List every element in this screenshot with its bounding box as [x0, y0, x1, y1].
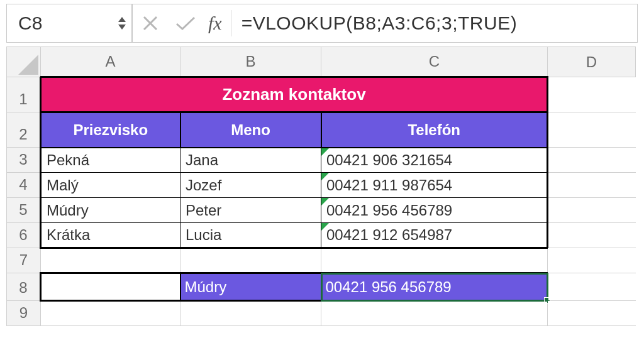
- row-header-2[interactable]: 2: [7, 112, 41, 148]
- chevron-down-icon: [118, 24, 126, 30]
- cell-d8[interactable]: [548, 273, 636, 301]
- cell-b3[interactable]: Jana: [180, 148, 321, 173]
- cell-a9[interactable]: [41, 301, 180, 326]
- column-header-c[interactable]: C: [321, 47, 548, 77]
- cell-b5[interactable]: Peter: [180, 198, 321, 223]
- svg-marker-1: [118, 25, 126, 30]
- cell-a7[interactable]: [41, 248, 180, 273]
- check-icon: [175, 14, 196, 32]
- row-1: 1 Zoznam kontaktov: [7, 77, 636, 112]
- cell-d4[interactable]: [548, 173, 636, 198]
- header-meno[interactable]: Meno: [180, 112, 321, 148]
- row-header-3[interactable]: 3: [7, 148, 41, 173]
- separator: [231, 10, 231, 36]
- row-header-5[interactable]: 5: [7, 198, 41, 223]
- row-2: 2 Priezvisko Meno Telefón: [7, 112, 636, 148]
- cell-a5[interactable]: Múdry: [41, 198, 180, 223]
- cell-c4[interactable]: 00421 911 987654: [321, 173, 548, 198]
- row-header-9[interactable]: 9: [7, 301, 41, 326]
- row-5: 5 Múdry Peter 00421 956 456789: [7, 198, 636, 223]
- formula-bar: C8 fx =VLOOKUP(B8;A3:C6;3;TRUE): [6, 4, 638, 43]
- name-box-stepper[interactable]: [118, 16, 126, 30]
- cell-b6[interactable]: Lucia: [180, 223, 321, 248]
- cell-a3[interactable]: Pekná: [41, 148, 180, 173]
- cell-b9[interactable]: [180, 301, 321, 326]
- cell-c8[interactable]: 00421 956 456789: [321, 273, 548, 301]
- cell-d6[interactable]: [548, 223, 636, 248]
- cell-c8-value: 00421 956 456789: [326, 278, 452, 295]
- cell-d9[interactable]: [548, 301, 636, 326]
- chevron-up-icon: [118, 16, 126, 23]
- row-header-4[interactable]: 4: [7, 173, 41, 198]
- cell-c3[interactable]: 00421 906 321654: [321, 148, 548, 173]
- close-icon: [142, 14, 159, 32]
- grid: A B C D 1 Zoznam kontaktov 2 Priezvisko …: [6, 46, 636, 326]
- row-3: 3 Pekná Jana 00421 906 321654: [7, 148, 636, 173]
- name-box[interactable]: C8: [7, 4, 133, 42]
- column-header-d[interactable]: D: [548, 47, 636, 77]
- row-4: 4 Malý Jozef 00421 911 987654: [7, 173, 636, 198]
- cancel-button[interactable]: [133, 4, 168, 42]
- cell-b8[interactable]: Múdry: [180, 273, 321, 301]
- formula-input[interactable]: =VLOOKUP(B8;A3:C6;3;TRUE): [235, 13, 637, 34]
- cell-a4[interactable]: Malý: [41, 173, 180, 198]
- cell-a6[interactable]: Krátka: [41, 223, 180, 248]
- confirm-button[interactable]: [168, 4, 203, 42]
- column-header-a[interactable]: A: [41, 47, 180, 77]
- row-header-1[interactable]: 1: [7, 77, 41, 112]
- cell-d3[interactable]: [548, 148, 636, 173]
- cell-c5[interactable]: 00421 956 456789: [321, 198, 548, 223]
- svg-marker-0: [118, 17, 126, 22]
- column-header-row: A B C D: [7, 47, 636, 77]
- header-priezvisko[interactable]: Priezvisko: [41, 112, 180, 148]
- table-title[interactable]: Zoznam kontaktov: [41, 77, 548, 112]
- cell-d1[interactable]: [548, 77, 636, 112]
- row-header-6[interactable]: 6: [7, 223, 41, 248]
- select-all-corner[interactable]: [7, 47, 41, 77]
- cell-c9[interactable]: [321, 301, 548, 326]
- cell-b7[interactable]: [180, 248, 321, 273]
- row-9: 9: [7, 301, 636, 326]
- column-header-b[interactable]: B: [180, 47, 321, 77]
- row-7: 7: [7, 248, 636, 273]
- row-6: 6 Krátka Lucia 00421 912 654987: [7, 223, 636, 248]
- cell-d7[interactable]: [548, 248, 636, 273]
- cell-c6[interactable]: 00421 912 654987: [321, 223, 548, 248]
- cell-a8[interactable]: [41, 273, 180, 301]
- cell-c7[interactable]: [321, 248, 548, 273]
- cell-d2[interactable]: [548, 112, 636, 148]
- cell-d5[interactable]: [548, 198, 636, 223]
- spreadsheet: A B C D 1 Zoznam kontaktov 2 Priezvisko …: [6, 46, 638, 326]
- header-telefon[interactable]: Telefón: [321, 112, 548, 148]
- row-8: 8 Múdry 00421 956 456789: [7, 273, 636, 301]
- fx-label[interactable]: fx: [203, 13, 227, 34]
- cell-b4[interactable]: Jozef: [180, 173, 321, 198]
- row-header-7[interactable]: 7: [7, 248, 41, 273]
- row-header-8[interactable]: 8: [7, 273, 41, 301]
- name-box-value: C8: [18, 13, 42, 34]
